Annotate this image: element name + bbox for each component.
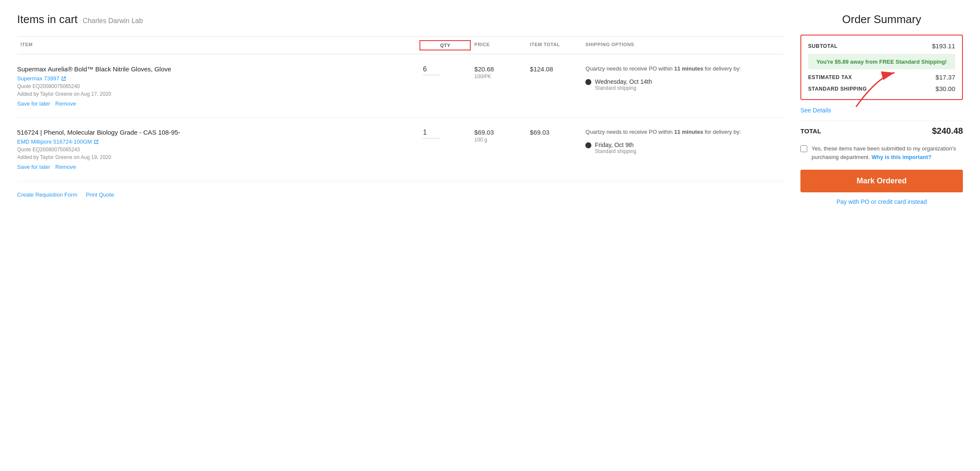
item-price-1: $20.68 [474,65,523,73]
shipping-col-1: Quartzy needs to receive PO within 11 mi… [582,65,783,91]
item-total-2: $69.03 [526,128,582,136]
subtotal-label: SUBTOTAL [808,43,838,49]
col-price: PRICE [471,40,526,50]
shipping-date-container-2: Friday, Oct 9th Standard shipping [595,141,636,154]
item-info-2: 516724 | Phenol, Molecular Biology Grade… [17,128,419,170]
save-for-later-link-1[interactable]: Save for later [17,100,50,107]
print-quote-link[interactable]: Print Quote [86,191,114,198]
shipping-type-2: Standard shipping [595,148,636,154]
qty-divider-1 [423,75,440,75]
svg-line-0 [63,77,65,79]
cart-items-container: Supermax Aurelia® Bold™ Black Nitrile Gl… [17,54,783,181]
item-supplier-1[interactable]: Supermax 73997 [17,75,419,82]
pay-with-po-link[interactable]: Pay with PO or credit card instead [800,198,963,205]
item-qty-col-1: 6 [419,65,471,75]
shipping-type-1: Standard shipping [595,85,652,91]
item-qty-2: 1 [419,128,471,136]
col-qty: QTY [419,40,471,50]
standard-shipping-value: $30.00 [936,85,955,92]
subtotal-row: SUBTOTAL $193.11 [808,42,955,50]
shipping-option-2[interactable]: Friday, Oct 9th Standard shipping [585,141,780,154]
item-info-1: Supermax Aurelia® Bold™ Black Nitrile Gl… [17,65,419,107]
item-added-by-2: Added by Taylor Greene on Aug 19, 2020 [17,154,419,160]
cart-lab-name: Charles Darwin Lab [83,17,143,25]
total-row: TOTAL $240.48 [800,126,963,136]
shipping-date-1: Wednesday, Oct 14th [595,78,652,85]
cart-header: Items in cart Charles Darwin Lab [17,13,783,26]
remove-link-1[interactable]: Remove [55,100,76,107]
item-actions-2: Save for later Remove [17,164,419,170]
cart-item-1: Supermax Aurelia® Bold™ Black Nitrile Gl… [17,54,783,118]
item-quote-2: Quote EQ20080075065243 [17,147,419,153]
item-price-unit-1: 100/PK [474,74,523,79]
order-summary-section: Order Summary SUBTOTAL $193.11 You're $5… [800,13,963,206]
save-for-later-link-2[interactable]: Save for later [17,164,50,170]
shipping-urgency-2: Quartzy needs to receive PO within 11 mi… [585,128,780,136]
col-item: ITEM [17,40,419,50]
external-link-icon [61,76,66,81]
submit-checkbox-label: Yes, these items have been submitted to … [812,144,963,161]
free-shipping-text: You're $5.89 away from FREE Standard Shi… [817,59,947,65]
create-requisition-link[interactable]: Create Requisition Form [17,191,77,198]
why-important-link[interactable]: Why is this important? [871,154,931,160]
see-details-link[interactable]: See Details [800,107,831,114]
item-supplier-2[interactable]: EMD Millipore 516724-100GM [17,138,419,145]
item-added-by-1: Added by Taylor Greene on Aug 17, 2020 [17,91,419,97]
qty-divider-2 [423,138,440,138]
item-total-1: $124.08 [526,65,582,73]
item-name-1: Supermax Aurelia® Bold™ Black Nitrile Gl… [17,65,419,74]
shipping-option-1[interactable]: Wednesday, Oct 14th Standard shipping [585,78,780,91]
external-link-icon [94,139,99,144]
cart-footer: Create Requisition Form Print Quote [17,183,783,206]
table-header: ITEM QTY PRICE ITEM TOTAL SHIPPING OPTIO… [17,36,783,54]
svg-line-1 [96,140,98,142]
radio-dot-2 [585,142,591,148]
mark-ordered-button[interactable]: Mark Ordered [800,170,963,192]
item-price-col-1: $20.68 100/PK [471,65,526,79]
red-arrow-icon [852,68,903,111]
submit-checkbox-row: Yes, these items have been submitted to … [800,144,963,161]
cart-item-2: 516724 | Phenol, Molecular Biology Grade… [17,118,783,181]
remove-link-2[interactable]: Remove [55,164,76,170]
estimated-tax-label: ESTIMATED TAX [808,74,852,80]
item-name-2: 516724 | Phenol, Molecular Biology Grade… [17,128,419,137]
estimated-tax-value: $17.37 [936,74,955,81]
item-price-2: $69.03 [474,129,523,136]
item-qty-col-2: 1 [419,128,471,138]
cart-title: Items in cart [17,13,78,26]
shipping-date-2: Friday, Oct 9th [595,141,636,148]
total-value: $240.48 [932,126,963,136]
item-price-col-2: $69.03 100 g [471,128,526,143]
radio-dot-1 [585,79,591,85]
shipping-date-container-1: Wednesday, Oct 14th Standard shipping [595,78,652,91]
see-details-container: See Details [800,107,963,114]
item-quote-1: Quote EQ20080075065240 [17,83,419,89]
order-summary-title: Order Summary [800,13,963,26]
shipping-col-2: Quartzy needs to receive PO within 11 mi… [582,128,783,154]
subtotal-value: $193.11 [932,42,955,50]
total-label: TOTAL [800,127,821,135]
col-shipping: SHIPPING OPTIONS [582,40,783,50]
summary-divider [800,121,963,121]
item-price-unit-2: 100 g [474,137,523,143]
submit-checkbox[interactable] [800,145,807,152]
item-qty-1: 6 [419,65,471,73]
shipping-urgency-1: Quartzy needs to receive PO within 11 mi… [585,65,780,73]
col-item-total: ITEM TOTAL [526,40,582,50]
cart-section: Items in cart Charles Darwin Lab ITEM QT… [17,13,783,206]
item-actions-1: Save for later Remove [17,100,419,107]
free-shipping-banner: You're $5.89 away from FREE Standard Shi… [808,54,955,69]
